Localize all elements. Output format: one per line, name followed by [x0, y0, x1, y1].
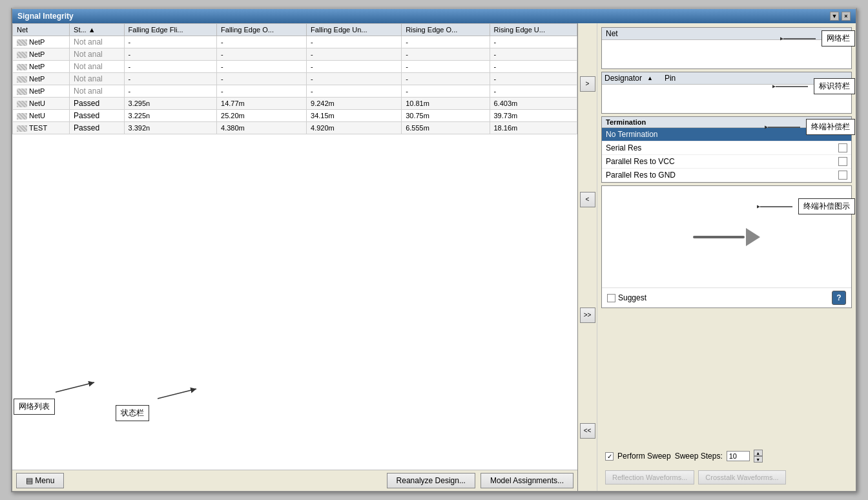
termination-section-wrapper: Termination No TerminationSerial ResPara…	[601, 116, 852, 183]
sweep-label: Perform Sweep	[617, 452, 671, 461]
termination-option[interactable]: Parallel Res to VCC	[602, 155, 851, 169]
designator-annotation-wrapper: 标识符栏	[772, 78, 855, 94]
table-row[interactable]: NetUPassed3.295n14.77m9.242m10.81m6.403m	[13, 98, 577, 110]
left-footer: ▤ Menu Reanalyze Design... Model Assignm…	[12, 470, 577, 491]
col-net: Net	[13, 24, 70, 36]
crosstalk-waveforms-button: Crosstalk Waveforms...	[698, 470, 785, 484]
titlebar-controls: ▼ ×	[830, 12, 851, 21]
termination-icon-annotation-wrapper: 终端补偿图示	[757, 198, 855, 214]
net-field-annotation: 网络栏	[822, 30, 855, 47]
mid-buttons: > < >> <<	[578, 23, 597, 491]
sweep-steps-input[interactable]	[727, 451, 750, 461]
termination-list: No TerminationSerial ResParallel Res to …	[602, 128, 851, 182]
termination-checkbox[interactable]	[838, 171, 847, 180]
sweep-spin-up[interactable]: ▲	[754, 450, 763, 456]
col-re-o: Rising Edge O...	[402, 24, 490, 36]
sweep-row: ✓ Perform Sweep Sweep Steps: ▲ ▼	[601, 447, 852, 465]
wire-line	[693, 236, 745, 238]
double-left-button[interactable]: <<	[580, 423, 595, 439]
window-title: Signal Integrity	[17, 12, 74, 21]
wire-diagram	[693, 228, 760, 246]
sweep-spin-down[interactable]: ▼	[754, 456, 763, 463]
menu-button[interactable]: ▤ Menu	[16, 473, 64, 488]
diagram-section-wrapper: Suggest ? 终端补偿图示	[601, 185, 852, 444]
double-right-button[interactable]: >>	[580, 307, 595, 323]
termination-checkbox[interactable]	[838, 157, 847, 166]
sweep-spin: ▲ ▼	[754, 450, 763, 463]
table-row[interactable]: NetPNot anal-----	[13, 73, 577, 85]
termination-annotation-wrapper: 终端补偿栏	[765, 119, 855, 135]
table-row[interactable]: TESTPassed3.392n4.380m4.920m6.555m18.16m	[13, 122, 577, 134]
svg-line-1	[56, 382, 94, 392]
col-status: St... ▲	[70, 24, 125, 36]
status-bar-arrow	[158, 386, 209, 411]
net-list-annotation: 网络列表	[14, 399, 55, 415]
net-section-wrapper: Net ▲ 网络栏	[601, 27, 852, 69]
col-re-u: Rising Edge U...	[490, 24, 577, 36]
reanalyze-button[interactable]: Reanalyze Design...	[387, 473, 475, 488]
suggest-checkbox[interactable]	[607, 294, 615, 302]
designator-arrow	[772, 80, 811, 93]
left-panel: Net St... ▲ Falling Edge Fli... Falling …	[12, 23, 578, 491]
pin-button[interactable]: ▼	[830, 12, 839, 21]
termination-arrow	[765, 121, 803, 134]
col-fe-un: Falling Edge Un...	[307, 24, 402, 36]
left-arrow-button[interactable]: <	[580, 192, 595, 207]
table-row[interactable]: NetUPassed3.225n25.20m34.15m30.75m39.73m	[13, 110, 577, 122]
net-list-arrow	[56, 379, 107, 405]
svg-line-3	[158, 389, 196, 399]
termination-option[interactable]: Parallel Res to GND	[602, 169, 851, 182]
termination-icon-arrow	[757, 200, 796, 213]
reflection-waveforms-button: Reflection Waveforms...	[605, 470, 694, 484]
termination-option[interactable]: Serial Res	[602, 141, 851, 155]
termination-icon-annotation: 终端补偿图示	[798, 198, 855, 214]
table-row[interactable]: NetPNot anal-----	[13, 36, 577, 48]
designator-annotation: 标识符栏	[814, 78, 855, 94]
table-row[interactable]: NetPNot anal-----	[13, 61, 577, 73]
designator-section-wrapper: Designator ▲ Pin 标识符栏	[601, 72, 852, 114]
table-container: Net St... ▲ Falling Edge Fli... Falling …	[12, 23, 577, 470]
col-fe-fli: Falling Edge Fli...	[124, 24, 217, 36]
menu-icon: ▤	[26, 476, 35, 485]
perform-sweep-checkbox[interactable]: ✓	[605, 452, 614, 461]
net-annotation-wrapper: 网络栏	[780, 30, 855, 47]
suggest-row: Suggest ?	[602, 287, 851, 307]
termination-comp-annotation: 终端补偿栏	[806, 119, 855, 135]
close-button[interactable]: ×	[842, 12, 851, 21]
right-arrow-button[interactable]: >	[580, 76, 595, 92]
col-fe-o: Falling Edge O...	[217, 24, 307, 36]
signal-integrity-window: Signal Integrity ▼ × Net St... ▲ Falling…	[11, 8, 857, 492]
sweep-steps-label: Sweep Steps:	[675, 452, 723, 461]
right-panel: Net ▲ 网络栏 Designat	[597, 23, 856, 491]
model-assignments-button[interactable]: Model Assignments...	[480, 473, 574, 488]
wire-arrow	[746, 228, 760, 246]
status-bar-annotation: 状态栏	[116, 405, 149, 421]
waveform-buttons: Reflection Waveforms... Crosstalk Wavefo…	[601, 468, 852, 487]
suggest-label: Suggest	[618, 293, 646, 302]
table-area[interactable]: Net St... ▲ Falling Edge Fli... Falling …	[12, 23, 577, 134]
titlebar: Signal Integrity ▼ ×	[12, 9, 856, 23]
net-table: Net St... ▲ Falling Edge Fli... Falling …	[12, 23, 577, 134]
table-row[interactable]: NetPNot anal-----	[13, 85, 577, 98]
help-button[interactable]: ?	[832, 291, 846, 305]
table-row[interactable]: NetPNot anal-----	[13, 48, 577, 61]
termination-checkbox[interactable]	[838, 143, 847, 152]
main-content: Net St... ▲ Falling Edge Fli... Falling …	[12, 23, 856, 491]
net-field-arrow	[780, 32, 819, 45]
